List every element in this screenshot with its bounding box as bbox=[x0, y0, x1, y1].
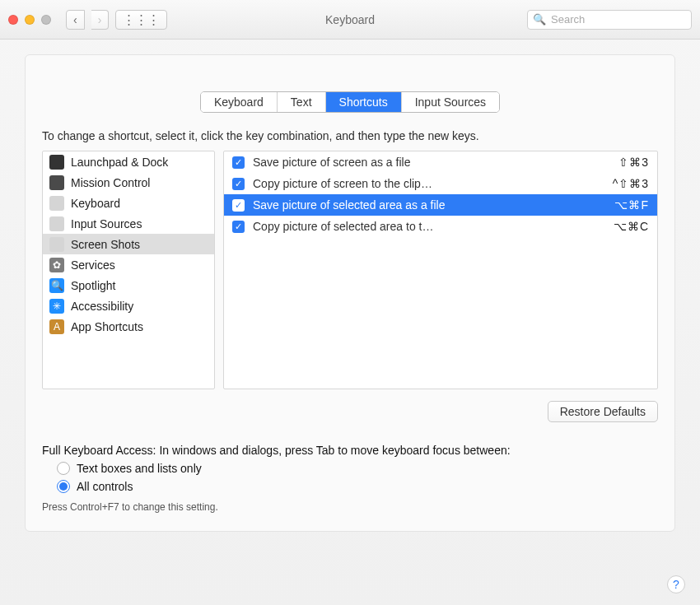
keyboard-icon bbox=[49, 196, 64, 211]
shortcut-label: Copy picture of screen to the clip… bbox=[253, 177, 604, 190]
forward-button[interactable]: › bbox=[91, 10, 110, 30]
category-label: Services bbox=[71, 258, 115, 272]
tab-input-sources[interactable]: Input Sources bbox=[402, 92, 499, 112]
restore-defaults-button[interactable]: Restore Defaults bbox=[548, 401, 658, 422]
tab-bar: KeyboardTextShortcutsInput Sources bbox=[42, 91, 658, 113]
fka-option-text-only[interactable]: Text boxes and lists only bbox=[57, 462, 658, 475]
window-controls bbox=[8, 15, 51, 25]
tab-text[interactable]: Text bbox=[278, 92, 326, 112]
category-launchpad-dock[interactable]: Launchpad & Dock bbox=[43, 151, 214, 172]
shortcut-keys[interactable]: ⌥⌘F bbox=[614, 198, 649, 212]
close-window-icon[interactable] bbox=[8, 15, 18, 25]
shortcut-label: Save picture of screen as a file bbox=[253, 156, 610, 169]
checkbox-icon[interactable]: ✓ bbox=[232, 221, 245, 233]
category-list[interactable]: Launchpad & DockMission ControlKeyboardI… bbox=[42, 151, 215, 389]
shortcut-row[interactable]: ✓Save picture of selected area as a file… bbox=[224, 194, 657, 216]
show-all-button[interactable]: ⋮⋮⋮ bbox=[115, 10, 167, 30]
grid-icon: ⋮⋮⋮ bbox=[123, 12, 160, 27]
input-sources-icon bbox=[49, 216, 64, 231]
category-label: Accessibility bbox=[71, 300, 133, 313]
category-label: Keyboard bbox=[71, 197, 120, 210]
search-icon: 🔍 bbox=[533, 13, 546, 26]
shortcut-keys[interactable]: ⇧⌘3 bbox=[618, 156, 649, 169]
shortcut-keys[interactable]: ⌥⌘C bbox=[614, 220, 649, 233]
full-keyboard-access-section: Full Keyboard Access: In windows and dia… bbox=[42, 444, 658, 513]
app-shortcuts-icon: A bbox=[49, 319, 64, 334]
back-button[interactable]: ‹ bbox=[66, 10, 85, 30]
fka-heading: Full Keyboard Access: In windows and dia… bbox=[42, 444, 658, 457]
shortcut-row[interactable]: ✓Copy picture of screen to the clip…^⇧⌘3 bbox=[224, 173, 657, 194]
chevron-left-icon: ‹ bbox=[73, 13, 77, 26]
category-label: Spotlight bbox=[71, 279, 115, 292]
category-screen-shots[interactable]: Screen Shots bbox=[43, 234, 214, 254]
screenshots-icon bbox=[49, 237, 64, 252]
radio-icon bbox=[57, 480, 70, 493]
fka-hint: Press Control+F7 to change this setting. bbox=[42, 501, 658, 513]
category-accessibility[interactable]: ✳Accessibility bbox=[43, 296, 214, 316]
radio-icon bbox=[57, 462, 70, 475]
nav-group: ‹ › bbox=[66, 10, 115, 30]
category-input-sources[interactable]: Input Sources bbox=[43, 213, 214, 234]
titlebar: ‹ › ⋮⋮⋮ Keyboard 🔍 Search bbox=[0, 0, 700, 40]
shortcut-label: Copy picture of selected area to t… bbox=[253, 220, 605, 233]
fka-option-all-controls[interactable]: All controls bbox=[57, 480, 658, 493]
instruction-text: To change a shortcut, select it, click t… bbox=[42, 129, 658, 142]
services-icon: ✿ bbox=[49, 258, 64, 272]
chevron-right-icon: › bbox=[98, 13, 102, 26]
category-label: App Shortcuts bbox=[71, 320, 143, 333]
category-label: Screen Shots bbox=[71, 238, 140, 251]
shortcut-list[interactable]: ✓Save picture of screen as a file⇧⌘3✓Cop… bbox=[223, 151, 658, 389]
category-mission-control[interactable]: Mission Control bbox=[43, 172, 214, 193]
category-app-shortcuts[interactable]: AApp Shortcuts bbox=[43, 316, 214, 337]
search-field[interactable]: 🔍 Search bbox=[527, 10, 692, 30]
category-label: Mission Control bbox=[71, 176, 150, 189]
search-placeholder: Search bbox=[551, 13, 585, 26]
help-icon: ? bbox=[673, 578, 679, 591]
category-spotlight[interactable]: 🔍Spotlight bbox=[43, 275, 214, 296]
checkbox-icon[interactable]: ✓ bbox=[232, 199, 245, 212]
category-label: Launchpad & Dock bbox=[71, 156, 168, 169]
launchpad-icon bbox=[49, 155, 64, 170]
category-keyboard[interactable]: Keyboard bbox=[43, 193, 214, 213]
zoom-window-icon[interactable] bbox=[41, 15, 51, 25]
tab-shortcuts[interactable]: Shortcuts bbox=[326, 92, 402, 112]
fka-option-text-only-label: Text boxes and lists only bbox=[77, 462, 202, 475]
help-button[interactable]: ? bbox=[667, 575, 685, 593]
minimize-window-icon[interactable] bbox=[25, 15, 35, 25]
checkbox-icon[interactable]: ✓ bbox=[232, 178, 245, 190]
shortcut-row[interactable]: ✓Copy picture of selected area to t…⌥⌘C bbox=[224, 216, 657, 237]
content-card: KeyboardTextShortcutsInput Sources To ch… bbox=[25, 54, 675, 532]
shortcut-label: Save picture of selected area as a file bbox=[253, 198, 606, 212]
category-label: Input Sources bbox=[71, 217, 142, 230]
shortcut-keys[interactable]: ^⇧⌘3 bbox=[613, 177, 649, 190]
accessibility-icon: ✳ bbox=[49, 299, 64, 314]
category-services[interactable]: ✿Services bbox=[43, 254, 214, 275]
fka-option-all-controls-label: All controls bbox=[77, 480, 133, 493]
mission-control-icon bbox=[49, 175, 64, 190]
shortcut-row[interactable]: ✓Save picture of screen as a file⇧⌘3 bbox=[224, 151, 657, 173]
checkbox-icon[interactable]: ✓ bbox=[232, 156, 245, 169]
tab-keyboard[interactable]: Keyboard bbox=[201, 92, 278, 112]
panes: Launchpad & DockMission ControlKeyboardI… bbox=[42, 151, 658, 389]
spotlight-icon: 🔍 bbox=[49, 278, 64, 293]
